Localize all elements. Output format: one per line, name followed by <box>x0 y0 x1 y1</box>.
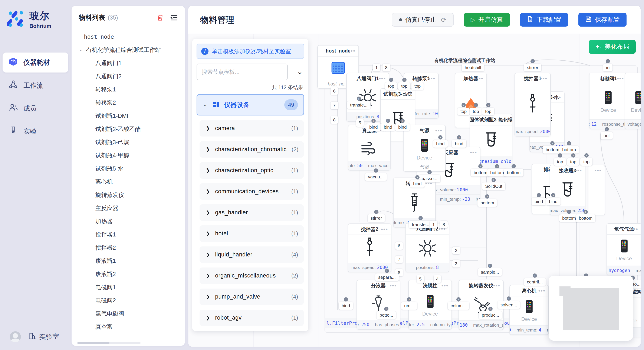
collapse-list-icon[interactable] <box>170 13 178 22</box>
port-chip-bind: bind <box>532 198 546 205</box>
tree-item-13[interactable]: 搅拌器1 <box>76 228 183 241</box>
chevron-right-icon: ❯ <box>206 189 210 194</box>
node-menu-icon[interactable]: ••• <box>428 75 435 82</box>
sidebar-item-0[interactable]: 仪器耗材 <box>2 52 68 72</box>
canvas-node-八通阀门2[interactable]: 八通阀门2•••positions: 8 <box>406 223 449 272</box>
node-menu-icon[interactable]: ••• <box>493 282 500 289</box>
node-menu-icon[interactable]: ••• <box>540 75 547 82</box>
node-menu-icon[interactable]: ••• <box>381 226 388 233</box>
canvas-node-搅拌器2[interactable]: 搅拌器2•••max_speed: 2000 <box>348 223 392 272</box>
canvas-node-untitled-16[interactable]: ••• <box>588 165 605 215</box>
sidebar-item-lab[interactable]: 实验室 <box>28 332 59 342</box>
node-menu-icon[interactable]: ••• <box>405 91 412 97</box>
tree-item-19[interactable]: 氢气电磁阀 <box>76 307 183 320</box>
chevron-down-icon: ⌄ <box>203 102 208 107</box>
canvas-node-分液器[interactable]: 分液器•••volume: 250has_phases: true <box>356 280 400 330</box>
beautify-layout-button[interactable]: ✦˖ 美化布局 <box>589 40 636 54</box>
node-menu-icon[interactable]: ••• <box>617 75 624 82</box>
tree-root[interactable]: host_node <box>76 30 183 43</box>
device-icon <box>634 91 640 105</box>
tree-group[interactable]: ⌄有机化学流程综合测试工作站 <box>76 43 183 57</box>
node-menu-icon[interactable]: ••• <box>390 282 397 289</box>
tree-item-10[interactable]: 旋转蒸发仪 <box>76 188 183 201</box>
tree-item-8[interactable]: 试剂瓶5-水 <box>76 162 183 175</box>
category-hotel[interactable]: ❯hotel(1) <box>200 225 304 242</box>
port-chip-sample: sample... <box>478 268 502 276</box>
trash-icon[interactable] <box>156 13 164 22</box>
category-robot_agv[interactable]: ❯robot_agv(1) <box>200 310 304 326</box>
port-chip-stirrer: stirrer <box>524 64 541 71</box>
tree-item-5[interactable]: 试剂瓶2-乙酸乙酯 <box>76 123 183 136</box>
tree-item-17[interactable]: 电磁阀1 <box>76 281 183 294</box>
save-icon <box>585 16 592 24</box>
node-menu-icon[interactable]: ••• <box>435 127 442 134</box>
node-menu-icon[interactable]: ••• <box>554 94 561 101</box>
canvas-node-真空泵[interactable]: 真空泵•••pump_rate: 50max_vacuum: 0.1 <box>348 125 390 171</box>
port-chip-4: 4 <box>434 275 441 283</box>
sidebar-item-1[interactable]: 工作流 <box>2 75 68 95</box>
category-camera[interactable]: ❯camera(1) <box>200 120 304 137</box>
tree-item-18[interactable]: 电磁阀2 <box>76 294 183 307</box>
panel-collapse-chevron-icon[interactable]: ⌄ <box>297 69 304 75</box>
download-config-button[interactable]: 下载配置 <box>520 13 568 26</box>
horizontal-scrollbar[interactable] <box>77 342 140 344</box>
tree-item-0[interactable]: 八通阀门1 <box>76 57 183 70</box>
category-characterization_chromatic[interactable]: ❯characterization_chromatic(2) <box>200 141 304 158</box>
category-communication_devices[interactable]: ❯communication_devices(1) <box>200 183 304 200</box>
tree-item-2[interactable]: 转移泵1 <box>76 83 183 96</box>
port-chip-8: 8 <box>382 64 390 71</box>
tree-item-1[interactable]: 八通阀门2 <box>76 70 183 83</box>
canvas-node-氢气气源[interactable]: 氢气气源•••Device_type: hydrogenmax_pre <box>606 223 640 275</box>
node-menu-icon[interactable]: ••• <box>470 149 477 156</box>
search-template-input[interactable] <box>196 64 288 80</box>
tree-item-6[interactable]: 试剂瓶3-己烷 <box>76 136 183 149</box>
sidebar-item-3[interactable]: 实验 <box>2 121 68 141</box>
building-icon <box>28 332 37 342</box>
tree-item-20[interactable]: 真空泵 <box>76 320 183 334</box>
port-chip-bind: bind <box>395 123 410 131</box>
sim-status-pill[interactable]: 仿真已停止 ⟳ <box>392 13 454 26</box>
port-chip-top: top <box>567 158 579 166</box>
sidebar-item-2[interactable]: 成员 <box>2 98 68 118</box>
port-chip-heatchill: heatchill <box>462 64 484 71</box>
canvas-node-电磁阀1[interactable]: 电磁阀1•••Devicevoltage: 12response_time: 0… <box>589 73 628 129</box>
start-simulation-button[interactable]: ▷ 开启仿真 <box>464 13 510 26</box>
node-menu-icon[interactable]: ••• <box>476 75 484 82</box>
port-chip-transfe: transfe... <box>347 101 370 109</box>
tree-item-7[interactable]: 试剂瓶4-甲醇 <box>76 149 183 162</box>
node-menu-icon[interactable]: ••• <box>348 48 356 54</box>
tree-item-12[interactable]: 加热器 <box>76 215 183 228</box>
tree-item-4[interactable]: 试剂瓶1-DMF <box>76 109 183 123</box>
node-menu-icon[interactable]: ••• <box>594 167 602 174</box>
refresh-icon[interactable]: ⟳ <box>441 16 446 24</box>
save-config-button[interactable]: 保存配置 <box>578 13 626 26</box>
category-characterization_optic[interactable]: ❯characterization_optic(1) <box>200 162 304 178</box>
tree-item-16[interactable]: 废液瓶2 <box>76 268 183 281</box>
category-gas_handler[interactable]: ❯gas_handler(1) <box>200 204 304 221</box>
category-pump_and_valve[interactable]: ❯pump_and_valve(4) <box>200 289 304 305</box>
avatar[interactable] <box>10 331 21 342</box>
canvas-node-气源[interactable]: 气源•••Device气源 <box>403 125 446 172</box>
node-menu-icon[interactable]: ••• <box>442 282 448 289</box>
tree-item-15[interactable]: 废液瓶1 <box>76 254 183 268</box>
tree-item-14[interactable]: 搅拌器2 <box>76 241 183 254</box>
tree-item-11[interactable]: 主反应器 <box>76 201 183 215</box>
node-menu-icon[interactable]: ••• <box>502 117 509 123</box>
category-instruments[interactable]: ⌄ 仪器设备 49 <box>196 94 304 116</box>
chevron-right-icon: ❯ <box>206 168 210 173</box>
category-organic_miscellaneous[interactable]: ❯organic_miscellaneous(2) <box>200 268 304 284</box>
node-menu-icon[interactable]: ••• <box>575 167 582 174</box>
tree-item-3[interactable]: 转移泵2 <box>76 96 183 109</box>
port-chip-top: top <box>412 82 424 90</box>
canvas-node-离心机[interactable]: 离心机•••Devicetemp: 40min_temp: 4max_spe <box>510 285 549 335</box>
canvas-node-搅拌器1[interactable]: 搅拌器1•••max_speed: 2000 <box>514 73 551 137</box>
node-menu-icon[interactable]: ••• <box>631 226 638 232</box>
port-chip-bottom: bottom <box>478 199 497 207</box>
port-chip-SolidOut: SolidOut <box>482 182 505 190</box>
category-liquid_handler[interactable]: ❯liquid_handler(4) <box>200 246 304 263</box>
canvas-node-接收瓶3[interactable]: 接收瓶3•••max_volume: 250 <box>550 165 586 215</box>
canvas-node-untitled-9[interactable]: •••Devicevoltage: 12 <box>625 73 640 129</box>
node-menu-icon[interactable]: ••• <box>379 75 386 82</box>
node-menu-icon[interactable]: ••• <box>538 288 546 294</box>
tree-item-9[interactable]: 离心机 <box>76 175 183 188</box>
